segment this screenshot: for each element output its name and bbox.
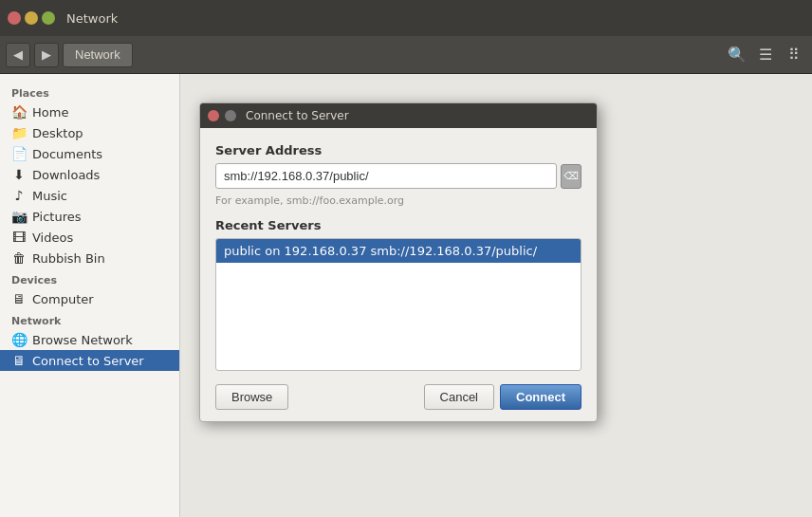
recent-servers-list: public on 192.168.0.37 smb://192.168.0.3… [215, 238, 581, 371]
sidebar-label: Videos [32, 231, 73, 245]
server-address-input[interactable] [215, 163, 557, 189]
sidebar-label: Home [32, 105, 68, 120]
menu-icon: ☰ [759, 46, 772, 64]
sidebar-item-computer[interactable]: 🖥 Computer [0, 288, 179, 309]
dialog-body: Server Address ⌫ For example, smb://foo.… [200, 128, 597, 421]
sidebar-label: Downloads [32, 168, 100, 182]
forward-button[interactable]: ▶ [34, 43, 59, 67]
dialog-close-button[interactable] [208, 110, 219, 121]
sidebar: Places 🏠 Home 📁 Desktop 📄 Documents ⬇ Do… [0, 74, 180, 517]
back-button[interactable]: ◀ [6, 43, 30, 67]
sidebar-label: Browse Network [32, 333, 133, 347]
network-label: Network [0, 309, 179, 329]
dialog-overlay: Connect to Server Server Address ⌫ For e… [180, 74, 812, 517]
cancel-button[interactable]: Cancel [424, 384, 494, 410]
grid-button[interactable]: ⠿ [782, 43, 806, 67]
search-icon: 🔍 [728, 46, 747, 64]
sidebar-label: Desktop [32, 126, 83, 140]
places-label: Places [0, 82, 179, 102]
recent-servers-label: Recent Servers [215, 218, 581, 232]
main-area: Places 🏠 Home 📁 Desktop 📄 Documents ⬇ Do… [0, 74, 812, 517]
music-icon: ♪ [11, 188, 27, 203]
pictures-icon: 📷 [11, 209, 27, 224]
window-maximize-button[interactable] [42, 11, 55, 25]
window-minimize-button[interactable] [25, 11, 38, 25]
dialog-titlebar: Connect to Server [200, 103, 597, 128]
browse-network-icon: 🌐 [11, 332, 27, 347]
clear-icon: ⌫ [563, 170, 579, 182]
server-address-label: Server Address [215, 143, 581, 157]
clear-button[interactable]: ⌫ [561, 164, 581, 189]
window-title: Network [66, 11, 118, 26]
sidebar-item-downloads[interactable]: ⬇ Downloads [0, 164, 179, 185]
dialog-title: Connect to Server [246, 109, 349, 122]
content-area: Connect to Server Server Address ⌫ For e… [180, 74, 812, 517]
title-bar: Network [0, 0, 812, 36]
videos-icon: 🎞 [11, 230, 27, 245]
sidebar-label: Connect to Server [32, 354, 144, 368]
hint-text: For example, smb://foo.example.org [215, 194, 581, 207]
devices-label: Devices [0, 268, 179, 288]
sidebar-item-music[interactable]: ♪ Music [0, 185, 179, 206]
toolbar: ◀ ▶ Network 🔍 ☰ ⠿ [0, 36, 812, 74]
sidebar-item-browse-network[interactable]: 🌐 Browse Network [0, 329, 179, 350]
home-icon: 🏠 [11, 104, 27, 120]
window-close-button[interactable] [8, 11, 21, 25]
dialog-buttons: Browse Cancel Connect [215, 384, 581, 410]
sidebar-item-rubbish-bin[interactable]: 🗑 Rubbish Bin [0, 248, 179, 268]
documents-icon: 📄 [11, 146, 27, 161]
search-button[interactable]: 🔍 [725, 43, 749, 67]
connect-to-server-icon: 🖥 [11, 353, 27, 368]
sidebar-item-desktop[interactable]: 📁 Desktop [0, 122, 179, 143]
buttons-right: Cancel Connect [424, 384, 581, 410]
location-button[interactable]: Network [63, 43, 133, 67]
sidebar-label: Pictures [32, 210, 81, 224]
sidebar-label: Rubbish Bin [32, 251, 105, 266]
connect-button[interactable]: Connect [500, 384, 581, 410]
downloads-icon: ⬇ [11, 167, 27, 182]
buttons-left: Browse [215, 384, 288, 410]
dialog-wc-other [225, 110, 236, 121]
sidebar-item-pictures[interactable]: 📷 Pictures [0, 206, 179, 227]
browse-button[interactable]: Browse [215, 384, 288, 410]
sidebar-item-documents[interactable]: 📄 Documents [0, 143, 179, 164]
window-controls [8, 11, 55, 25]
desktop-icon: 📁 [11, 125, 27, 140]
sidebar-item-connect-to-server[interactable]: 🖥 Connect to Server [0, 350, 179, 371]
sidebar-label: Documents [32, 147, 102, 161]
sidebar-label: Music [32, 189, 67, 203]
rubbish-bin-icon: 🗑 [11, 250, 27, 266]
recent-server-item[interactable]: public on 192.168.0.37 smb://192.168.0.3… [216, 239, 581, 263]
server-address-row: ⌫ [215, 163, 581, 189]
menu-button[interactable]: ☰ [753, 43, 778, 67]
grid-icon: ⠿ [788, 46, 800, 64]
sidebar-item-videos[interactable]: 🎞 Videos [0, 227, 179, 248]
sidebar-item-home[interactable]: 🏠 Home [0, 102, 179, 122]
connect-to-server-dialog: Connect to Server Server Address ⌫ For e… [199, 102, 598, 422]
sidebar-label: Computer [32, 292, 94, 306]
computer-icon: 🖥 [11, 291, 27, 306]
